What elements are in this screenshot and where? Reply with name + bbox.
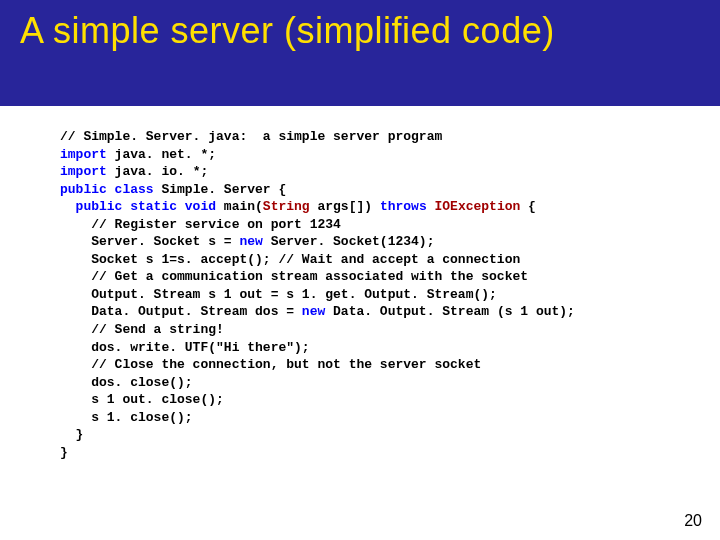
keyword-public-class: public class xyxy=(60,182,154,197)
keyword-throws: throws xyxy=(380,199,435,214)
code-line: s 1 out. close(); xyxy=(60,392,224,407)
code-line: // Simple. Server. java: a simple server… xyxy=(60,129,442,144)
keyword-import: import xyxy=(60,164,107,179)
keyword-new: new xyxy=(239,234,262,249)
code-line: } xyxy=(60,427,83,442)
keyword-new: new xyxy=(302,304,325,319)
code-line: // Close the connection, but not the ser… xyxy=(60,357,481,372)
page-number: 20 xyxy=(684,512,702,530)
code-text: main( xyxy=(216,199,263,214)
keyword-import: import xyxy=(60,147,107,162)
code-text: Simple. Server { xyxy=(154,182,287,197)
slide: A simple server (simplified code) // Sim… xyxy=(0,0,720,540)
code-line: Output. Stream s 1 out = s 1. get. Outpu… xyxy=(60,287,497,302)
code-text: java. io. *; xyxy=(107,164,208,179)
type-ioexception: IOException xyxy=(434,199,520,214)
code-text: { xyxy=(520,199,536,214)
code-line: // Register service on port 1234 xyxy=(60,217,341,232)
code-line: // Send a string! xyxy=(60,322,224,337)
code-text: Server. Socket s = xyxy=(60,234,239,249)
code-line: s 1. close(); xyxy=(60,410,193,425)
code-text: java. net. *; xyxy=(107,147,216,162)
slide-title: A simple server (simplified code) xyxy=(20,10,700,52)
title-band: A simple server (simplified code) xyxy=(0,0,720,58)
title-band-lower xyxy=(0,58,720,106)
code-text: args[]) xyxy=(310,199,380,214)
code-line: Socket s 1=s. accept(); // Wait and acce… xyxy=(60,252,520,267)
code-line: } xyxy=(60,445,68,460)
code-text: Data. Output. Stream (s 1 out); xyxy=(325,304,575,319)
code-text: Server. Socket(1234); xyxy=(263,234,435,249)
code-line: dos. close(); xyxy=(60,375,193,390)
code-line: dos. write. UTF("Hi there"); xyxy=(60,340,310,355)
code-line: // Get a communication stream associated… xyxy=(60,269,528,284)
code-block: // Simple. Server. java: a simple server… xyxy=(0,106,720,461)
type-string: String xyxy=(263,199,310,214)
keyword-public-static-void: public static void xyxy=(60,199,216,214)
code-text: Data. Output. Stream dos = xyxy=(60,304,302,319)
